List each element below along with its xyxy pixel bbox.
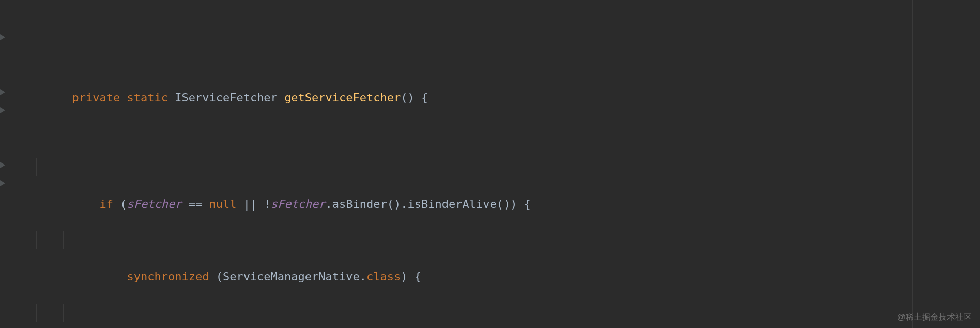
code-line[interactable]: private static IServiceFetcher getServic…	[21, 55, 980, 104]
fold-indicator-icon	[0, 34, 9, 40]
fold-indicator-icon	[0, 180, 9, 186]
code-line[interactable]: synchronized (ServiceManagerNative.class…	[21, 231, 980, 249]
watermark: @稀土掘金技术社区	[897, 312, 972, 323]
punct: (	[113, 198, 127, 211]
punct: ) {	[401, 270, 421, 283]
keyword: if	[99, 198, 113, 211]
field: sFetcher	[271, 198, 326, 211]
op: ==	[181, 198, 209, 211]
punct: (ServiceManagerNative.	[209, 270, 366, 283]
keyword: private	[72, 91, 120, 104]
fold-indicator-icon	[0, 162, 9, 168]
keyword: synchronized	[127, 270, 209, 283]
fold-indicator-icon	[0, 107, 9, 113]
call: .asBinder().isBinderAlive()) {	[326, 198, 531, 211]
field: sFetcher	[127, 198, 181, 211]
code-line[interactable]: if (sFetcher == null || !sFetcher.asBind…	[21, 158, 980, 176]
keyword: null	[209, 198, 236, 211]
code-editor[interactable]: private static IServiceFetcher getServic…	[0, 0, 980, 328]
type: IServiceFetcher	[175, 91, 278, 104]
op: || !	[236, 198, 270, 211]
fold-indicator-icon	[0, 89, 9, 95]
code-line[interactable]: Context context = VirtualCore.get().getC…	[21, 304, 980, 322]
keyword: class	[366, 270, 401, 283]
gutter	[0, 0, 18, 328]
punct: () {	[401, 91, 428, 104]
code-area[interactable]: private static IServiceFetcher getServic…	[21, 0, 980, 328]
keyword: static	[127, 91, 167, 104]
method-name: getServiceFetcher	[284, 91, 401, 104]
